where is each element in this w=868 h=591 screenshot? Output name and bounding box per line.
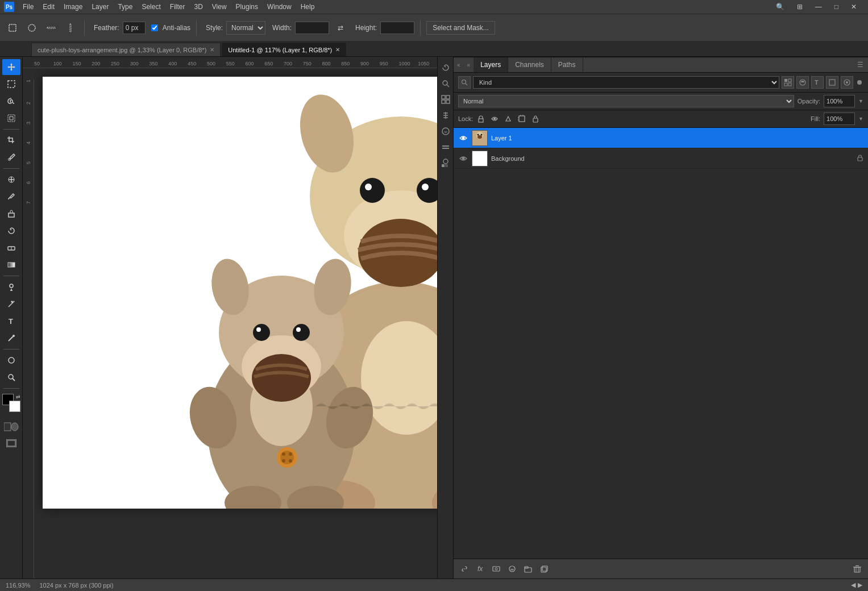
adjustment-filter-icon[interactable] [796, 76, 809, 89]
opacity-input[interactable] [824, 95, 855, 107]
heal-tool[interactable] [2, 172, 20, 188]
layer-style-icon[interactable] [439, 141, 452, 153]
menu-3d[interactable]: 3D [189, 0, 207, 14]
panel-collapse-btn[interactable]: « [454, 60, 464, 70]
feather-input[interactable] [123, 22, 146, 34]
history-brush-tool[interactable] [2, 223, 20, 239]
link-layers-icon[interactable] [458, 563, 471, 575]
nav-prev[interactable]: ◀ [851, 581, 855, 589]
properties-icon[interactable] [439, 109, 452, 122]
tab-channels[interactable]: Channels [508, 57, 551, 72]
crop-tool[interactable] [2, 132, 20, 148]
blend-mode-row: Normal Opacity: ▼ [454, 93, 868, 110]
width-input[interactable] [295, 22, 329, 34]
marquee-tool[interactable] [2, 76, 20, 92]
document-canvas[interactable] [43, 77, 437, 509]
height-input[interactable] [380, 22, 414, 34]
smart-filter-icon[interactable] [841, 76, 853, 89]
blend-mode-select[interactable]: Normal [458, 95, 794, 107]
lock-pixels-icon[interactable] [502, 113, 514, 124]
eraser-tool[interactable] [2, 240, 20, 256]
tab-1-close[interactable]: ✕ [335, 47, 340, 53]
eyedropper-tool[interactable] [2, 149, 20, 165]
stamp-tool[interactable] [2, 206, 20, 222]
menu-window[interactable]: Window [263, 0, 296, 14]
tab-1[interactable]: Untitled-1 @ 117% (Layer 1, RGB/8*) ✕ [222, 43, 346, 56]
workspace-layouts-icon[interactable] [439, 93, 452, 106]
type-filter-icon[interactable]: T [811, 76, 824, 89]
menu-edit[interactable]: Edit [38, 0, 59, 14]
add-adjustment-icon[interactable] [506, 563, 518, 575]
swap-wh-btn[interactable]: ⇄ [333, 20, 348, 36]
nav-next[interactable]: ▶ [858, 581, 862, 589]
menu-file[interactable]: File [18, 0, 38, 14]
menu-image[interactable]: Image [59, 0, 87, 14]
marquee-ellipse-tool[interactable] [24, 20, 40, 36]
move-tool[interactable] [2, 59, 20, 75]
add-mask-icon[interactable] [490, 563, 502, 575]
marquee-row-tool[interactable] [43, 20, 59, 36]
menu-help[interactable]: Help [296, 0, 319, 14]
pixel-filter-icon[interactable] [782, 76, 794, 89]
gradient-tool[interactable] [2, 257, 20, 273]
text-tool[interactable]: T [2, 313, 20, 329]
tab-paths[interactable]: Paths [551, 57, 583, 72]
tab-0[interactable]: cute-plush-toys-arrangement.jpg @ 1,33% … [31, 43, 221, 56]
tab-layers[interactable]: Layers [474, 57, 508, 72]
history-icon[interactable] [439, 61, 452, 74]
layer-1-visibility[interactable] [458, 153, 468, 164]
delete-layer-icon[interactable] [851, 563, 863, 575]
search-icon-panel[interactable] [439, 77, 452, 90]
new-layer-icon[interactable] [538, 563, 550, 575]
lock-full-icon[interactable] [530, 113, 541, 124]
lock-all-icon[interactable] [489, 113, 500, 124]
shape-tool[interactable] [2, 352, 20, 368]
layer-0-visibility[interactable] [458, 133, 468, 143]
layer-item-0[interactable]: Layer 1 [454, 128, 868, 148]
menu-select[interactable]: Select [137, 0, 165, 14]
new-group-icon[interactable] [522, 563, 534, 575]
marquee-rect-tool[interactable] [5, 20, 20, 36]
style-select[interactable]: Normal [226, 21, 265, 35]
menu-plugins[interactable]: Plugins [231, 0, 263, 14]
adjustments-icon[interactable] [439, 125, 452, 138]
filter-toggle[interactable] [855, 78, 863, 86]
fill-arrow[interactable]: ▼ [858, 116, 863, 122]
panel-collapse-btn2[interactable]: « [464, 60, 474, 70]
menu-filter[interactable]: Filter [165, 0, 190, 14]
svg-rect-83 [788, 79, 791, 82]
add-style-icon[interactable]: fx [474, 563, 487, 575]
fill-input[interactable] [824, 113, 855, 125]
zoom-tool[interactable] [2, 369, 20, 385]
kind-filter-select[interactable]: Kind [473, 76, 779, 89]
pen-tool[interactable] [2, 296, 20, 312]
opacity-arrow[interactable]: ▼ [858, 98, 863, 104]
maximize-icon[interactable]: □ [830, 0, 843, 14]
select-mask-btn[interactable]: Select and Mask... [426, 21, 495, 35]
marquee-col-tool[interactable] [63, 20, 78, 36]
menu-type[interactable]: Type [113, 0, 137, 14]
lasso-tool[interactable] [2, 93, 20, 109]
menu-view[interactable]: View [207, 0, 231, 14]
tab-0-close[interactable]: ✕ [210, 47, 214, 53]
menu-layer[interactable]: Layer [87, 0, 113, 14]
close-icon[interactable]: ✕ [846, 0, 861, 14]
lock-position-icon[interactable] [475, 113, 487, 124]
shape-filter-icon[interactable] [826, 76, 838, 89]
workspace-icon[interactable]: ⊞ [792, 0, 807, 14]
dodge-tool[interactable] [2, 279, 20, 295]
color-picker-icon[interactable] [439, 157, 452, 169]
path-select-tool[interactable] [2, 330, 20, 346]
quick-mask-btn[interactable] [2, 420, 20, 434]
swap-colors[interactable]: ⇄ [16, 394, 20, 399]
screen-mode-btn[interactable] [3, 437, 19, 450]
layer-item-1[interactable]: Background [454, 148, 868, 169]
search-icon[interactable]: 🔍 [771, 0, 789, 14]
minimize-icon[interactable]: — [811, 0, 827, 14]
brush-tool[interactable] [2, 189, 20, 205]
object-select-tool[interactable] [2, 110, 20, 126]
lock-artboard-icon[interactable] [516, 113, 528, 124]
antialias-checkbox[interactable] [151, 24, 158, 31]
panel-menu-btn[interactable]: ☰ [853, 57, 868, 72]
background-color[interactable] [9, 401, 20, 412]
